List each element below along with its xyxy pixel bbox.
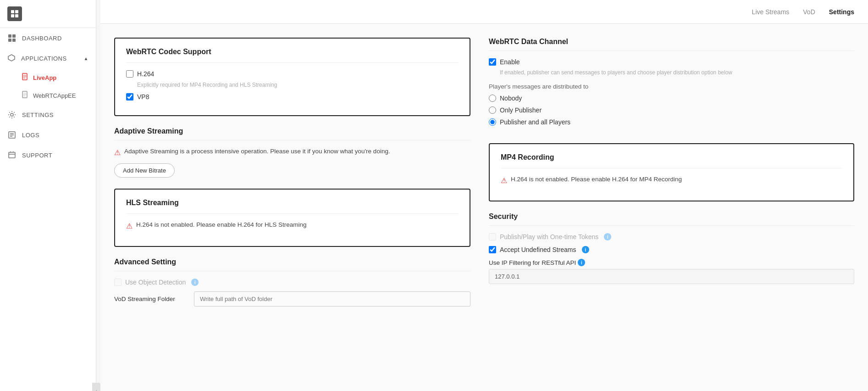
sidebar-item-settings[interactable]: SETTINGS [0, 105, 96, 125]
add-new-bitrate-button[interactable]: Add New Bitrate [114, 163, 175, 178]
radio-only-publisher-input[interactable] [489, 106, 496, 114]
radio-publisher-all[interactable]: Publisher and all Players [489, 118, 854, 126]
use-object-detection-wrap: Use Object Detection i [114, 279, 470, 286]
applications-arrow: ▲ [84, 56, 88, 61]
accept-undefined-info-icon[interactable]: i [582, 246, 589, 253]
applications-icon [7, 54, 16, 63]
svg-rect-3 [15, 14, 18, 17]
security-section: Security Publish/Play with One-time Toke… [489, 212, 854, 284]
distribution-title: Player's messages are distributed to [489, 83, 854, 90]
sidebar-dashboard-label: DASHBOARD [22, 35, 62, 42]
liveapp-label: LiveApp [33, 74, 56, 81]
sub-items: LiveApp WebRTCAppEE [0, 69, 96, 105]
accept-undefined-label: Accept Undefined Streams [500, 246, 576, 253]
h264-checkbox[interactable] [126, 70, 133, 78]
webrtc-codec-card: WebRTC Codec Support H.264 Explicitly re… [114, 38, 470, 116]
ip-filtering-wrap: Use IP Filtering for RESTful API i 127.0… [489, 259, 854, 284]
sidebar-item-applications[interactable]: APPLICATIONS ▲ [0, 48, 96, 69]
mp4-recording-title: MP4 Recording [501, 153, 842, 168]
hls-streaming-card: HLS Streaming ⚠ H.264 is not enabled. Pl… [114, 189, 470, 247]
sidebar-item-dashboard[interactable]: DASHBOARD [0, 28, 96, 48]
webrtc-data-channel-section: WebRTC Data Channel Enable If enabled, p… [489, 38, 854, 132]
enable-description: If enabled, publisher can send messages … [489, 69, 854, 76]
warning-icon: ⚠ [114, 148, 121, 157]
topnav-live-streams[interactable]: Live Streams [752, 6, 790, 17]
vod-folder-label: VoD Streaming Folder [114, 296, 188, 302]
radio-nobody-input[interactable] [489, 95, 496, 102]
sidebar-item-support[interactable]: SUPPORT [0, 145, 96, 165]
distribution-radio-group: Nobody Only Publisher Publisher and all … [489, 95, 854, 126]
accept-undefined-wrap: Accept Undefined Streams i [489, 246, 854, 253]
webrtc-codec-title: WebRTC Codec Support [126, 48, 459, 63]
svg-rect-1 [15, 10, 18, 13]
svg-rect-2 [11, 14, 14, 17]
logs-label: LOGS [22, 132, 39, 139]
h264-label: H.264 [137, 70, 154, 78]
hls-streaming-title: HLS Streaming [126, 199, 459, 214]
vod-streaming-folder-row: VoD Streaming Folder [114, 291, 470, 307]
topnav: Live Streams VoD Settings [100, 0, 868, 24]
radio-publisher-all-input[interactable] [489, 118, 496, 126]
h264-sublabel: Explicitly required for MP4 Recording an… [137, 82, 277, 88]
accept-undefined-checkbox[interactable] [489, 246, 496, 253]
adaptive-streaming-title: Adaptive Streaming [114, 127, 470, 140]
hls-warning-icon: ⚠ [126, 222, 133, 230]
ip-filtering-label: Use IP Filtering for RESTful API [489, 259, 576, 266]
sidebar: DASHBOARD APPLICATIONS ▲ LiveApp [0, 0, 96, 391]
support-label: SUPPORT [22, 152, 52, 159]
vp8-checkbox[interactable] [126, 93, 133, 101]
content-area: WebRTC Codec Support H.264 Explicitly re… [100, 24, 868, 391]
svg-rect-4 [8, 34, 11, 38]
main: Live Streams VoD Settings WebRTC Codec S… [100, 0, 868, 391]
svg-rect-7 [12, 39, 16, 42]
enable-checkbox[interactable] [489, 58, 496, 66]
mp4-error-text: ⚠ H.264 is not enabled. Please enable H.… [501, 176, 842, 185]
h264-checkbox-wrap: H.264 [126, 70, 277, 78]
svg-marker-8 [8, 55, 15, 61]
sidebar-applications-label: APPLICATIONS [21, 55, 67, 62]
settings-label: SETTINGS [22, 112, 54, 118]
support-icon [7, 151, 17, 160]
hls-error-text: ⚠ H.264 is not enabled. Please enable H.… [126, 221, 459, 230]
radio-nobody[interactable]: Nobody [489, 95, 854, 102]
ip-filtering-info-icon[interactable]: i [578, 259, 585, 266]
settings-icon [7, 110, 17, 119]
logs-icon [7, 130, 17, 140]
svg-rect-13 [9, 152, 15, 158]
one-time-tokens-label: Publish/Play with One-time Tokens [500, 233, 598, 240]
sidebar-item-webrtcappee[interactable]: WebRTCAppEE [0, 87, 96, 105]
h264-item: H.264 Explicitly required for MP4 Record… [126, 70, 459, 89]
svg-rect-5 [12, 34, 16, 38]
svg-rect-0 [11, 10, 14, 13]
vod-folder-input[interactable] [194, 291, 470, 307]
use-object-detection-info-icon[interactable]: i [191, 279, 199, 286]
sidebar-collapse-btn[interactable]: ‹ [92, 383, 100, 391]
mp4-warning-icon: ⚠ [501, 176, 507, 185]
svg-rect-6 [8, 39, 11, 42]
topnav-vod[interactable]: VoD [803, 6, 815, 17]
use-object-detection-checkbox[interactable] [114, 279, 122, 286]
left-column: WebRTC Codec Support H.264 Explicitly re… [114, 38, 484, 377]
adaptive-streaming-warning: ⚠ Adaptive Streaming is a process intens… [114, 148, 470, 157]
liveapp-icon [22, 73, 28, 83]
one-time-tokens-info-icon[interactable]: i [604, 233, 611, 240]
use-object-detection-label: Use Object Detection [125, 279, 186, 286]
mp4-recording-card: MP4 Recording ⚠ H.264 is not enabled. Pl… [489, 143, 854, 201]
sidebar-item-liveapp[interactable]: LiveApp [0, 69, 96, 87]
adaptive-streaming-section: Adaptive Streaming ⚠ Adaptive Streaming … [114, 127, 470, 178]
webrtcappee-icon [22, 91, 28, 101]
enable-checkbox-wrap: Enable [489, 58, 854, 66]
right-column: WebRTC Data Channel Enable If enabled, p… [484, 38, 854, 377]
sidebar-item-logs[interactable]: LOGS [0, 125, 96, 145]
logo-icon [7, 6, 22, 21]
ip-value[interactable]: 127.0.0.1 [489, 269, 854, 284]
webrtcappee-label: WebRTCAppEE [33, 92, 76, 99]
advanced-setting-section: Advanced Setting Use Object Detection i … [114, 258, 470, 312]
dashboard-icon [7, 34, 17, 43]
sidebar-logo [0, 0, 96, 28]
advanced-setting-title: Advanced Setting [114, 258, 470, 271]
topnav-settings[interactable]: Settings [829, 6, 854, 17]
one-time-tokens-checkbox[interactable] [489, 233, 496, 240]
radio-only-publisher[interactable]: Only Publisher [489, 106, 854, 114]
enable-label: Enable [500, 58, 520, 66]
